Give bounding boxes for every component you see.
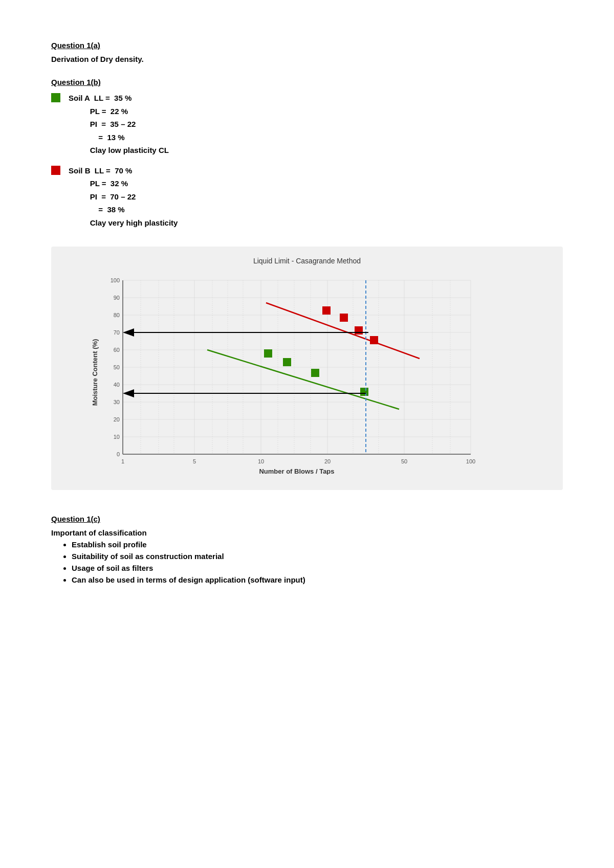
grid-horizontal — [123, 280, 471, 454]
soil-a-entry: Soil A LL = 35 % PL = 22 % PI = 35 – 22 … — [51, 92, 563, 157]
soil-b-text: Soil B LL = 70 % PL = 32 % PI = 70 – 22 … — [69, 164, 178, 230]
bullet-3: Usage of soil as filters — [72, 564, 563, 572]
bullet-4: Can also be used in terms of design appl… — [72, 575, 563, 584]
soil-a-text: Soil A LL = 35 % PL = 22 % PI = 35 – 22 … — [69, 92, 169, 157]
svg-text:100: 100 — [111, 277, 120, 283]
svg-rect-55 — [340, 314, 348, 322]
chart-area: Moisture Content (%) — [92, 270, 547, 475]
svg-text:60: 60 — [114, 347, 120, 353]
svg-text:10: 10 — [258, 458, 264, 464]
chart-title: Liquid Limit - Casagrande Method — [67, 257, 547, 265]
svg-text:30: 30 — [114, 399, 120, 405]
svg-rect-50 — [264, 349, 272, 358]
soil-b-trend-line — [266, 303, 420, 359]
q1a-section: Question 1(a) Derivation of Dry density. — [51, 41, 563, 63]
x-axis-labels: 1 5 10 20 50 100 — [121, 458, 475, 464]
svg-text:20: 20 — [324, 458, 331, 464]
arrow-35-head — [123, 389, 134, 397]
svg-text:50: 50 — [114, 364, 120, 370]
svg-text:50: 50 — [401, 458, 407, 464]
svg-text:0: 0 — [117, 451, 120, 457]
svg-text:40: 40 — [114, 382, 120, 388]
svg-rect-56 — [355, 326, 363, 335]
q1c-section: Question 1(c) Important of classificatio… — [51, 515, 563, 584]
soil-b-data-points — [322, 306, 378, 344]
svg-rect-53 — [360, 388, 368, 396]
q1b-heading: Question 1(b) — [51, 78, 563, 86]
svg-rect-51 — [283, 358, 291, 366]
q1c-subheading: Important of classification — [51, 528, 563, 537]
y-axis-labels: 0 10 20 30 40 50 60 70 80 90 100 — [111, 277, 120, 457]
svg-text:10: 10 — [114, 434, 120, 440]
q1b-section: Question 1(b) Soil A LL = 35 % PL = 22 %… — [51, 78, 563, 500]
q1a-heading: Question 1(a) — [51, 41, 563, 50]
svg-rect-57 — [370, 336, 378, 344]
arrow-70-head — [123, 328, 134, 337]
bullet-1: Establish soil profile — [72, 540, 563, 549]
svg-rect-52 — [311, 369, 319, 377]
svg-rect-54 — [322, 306, 331, 315]
chart-container: Liquid Limit - Casagrande Method Moistur… — [51, 247, 563, 490]
svg-text:5: 5 — [193, 458, 196, 464]
soil-a-color-box — [51, 93, 60, 102]
svg-text:Moisture Content (%): Moisture Content (%) — [92, 339, 99, 406]
q1c-heading: Question 1(c) — [51, 515, 563, 523]
q1a-subheading: Derivation of Dry density. — [51, 55, 563, 63]
soil-b-entry: Soil B LL = 70 % PL = 32 % PI = 70 – 22 … — [51, 164, 563, 230]
soil-b-color-box — [51, 166, 60, 175]
x-axis-title: Number of Blows / Taps — [259, 468, 334, 475]
svg-text:90: 90 — [114, 295, 120, 301]
chart-svg: Moisture Content (%) — [92, 270, 491, 475]
svg-text:1: 1 — [121, 458, 124, 464]
svg-text:70: 70 — [114, 329, 120, 336]
svg-text:100: 100 — [466, 458, 475, 464]
bullet-2: Suitability of soil as construction mate… — [72, 552, 563, 561]
svg-text:80: 80 — [114, 312, 120, 318]
soil-a-trend-line — [207, 350, 399, 409]
svg-text:20: 20 — [114, 416, 120, 422]
q1c-bullet-list: Establish soil profile Suitability of so… — [51, 540, 563, 584]
